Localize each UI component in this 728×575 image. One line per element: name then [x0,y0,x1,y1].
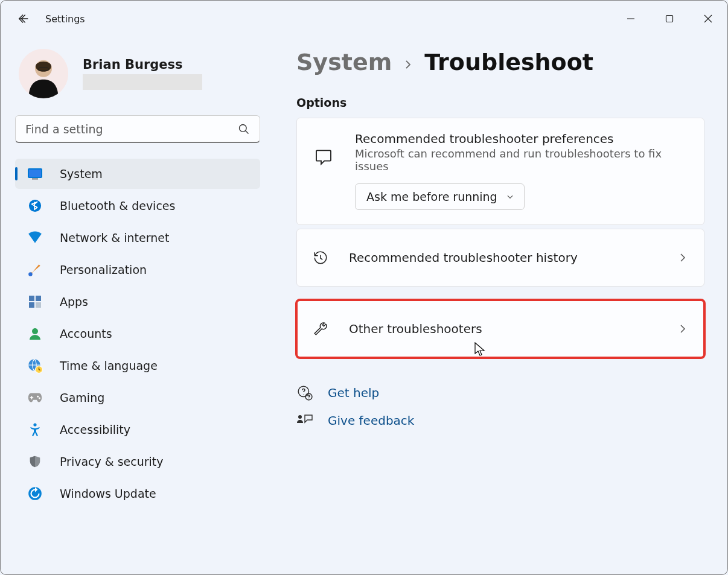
sidebar-item-personalization[interactable]: Personalization [15,255,260,285]
arrow-left-icon [17,12,30,25]
user-name: Brian Burgess [83,57,202,72]
breadcrumb: System Troubleshoot [296,49,704,75]
shield-icon [27,454,43,469]
card-title: Recommended troubleshooter preferences [355,132,688,146]
sidebar-item-label: Accounts [60,327,112,340]
wrench-icon [313,321,328,337]
link-get-help[interactable]: Get help [296,384,704,401]
sidebar-item-label: Windows Update [60,487,156,500]
sidebar-item-accounts[interactable]: Accounts [15,319,260,349]
accessibility-icon [27,422,43,437]
sidebar-item-label: System [60,167,103,180]
svg-point-4 [240,124,247,132]
sidebar-item-label: Gaming [60,391,104,404]
svg-point-23 [298,415,302,419]
row-label: Recommended troubleshooter history [349,250,657,265]
svg-rect-6 [29,170,41,177]
preferences-dropdown[interactable]: Ask me before running [355,183,525,210]
svg-rect-10 [29,296,34,301]
svg-rect-12 [29,302,34,308]
user-account[interactable]: Brian Burgess [15,49,260,98]
bluetooth-icon [27,198,43,214]
row-label: Other troubleshooters [349,322,657,336]
sidebar-item-label: Personalization [60,263,147,276]
search-icon [238,123,250,135]
globe-clock-icon [27,358,43,373]
link-label: Give feedback [328,413,414,428]
svg-point-14 [32,328,38,334]
sidebar-item-gaming[interactable]: Gaming [15,383,260,413]
titlebar: Settings [1,1,727,37]
sidebar-item-windows-update[interactable]: Windows Update [15,478,260,509]
apps-icon [27,294,43,310]
dropdown-value: Ask me before running [366,190,497,203]
back-button[interactable] [10,5,37,32]
row-troubleshooter-history[interactable]: Recommended troubleshooter history [296,229,704,287]
svg-rect-0 [666,16,673,22]
system-icon [27,166,43,182]
user-email-redacted [83,74,202,90]
wifi-icon [27,230,43,246]
chevron-right-icon [677,252,688,263]
paintbrush-icon [27,262,43,278]
search-input[interactable] [25,122,238,136]
search-box[interactable] [15,115,260,143]
sidebar-item-bluetooth[interactable]: Bluetooth & devices [15,191,260,221]
person-icon [27,326,43,342]
sidebar-item-label: Accessibility [60,423,130,436]
chevron-down-icon [506,192,514,201]
card-subtitle: Microsoft can recommend and run troubles… [355,147,688,173]
update-icon [27,486,43,501]
close-icon [704,14,712,23]
svg-point-9 [28,272,33,276]
help-icon [296,384,313,401]
minimize-icon [627,14,635,23]
link-label: Get help [328,386,379,400]
breadcrumb-parent[interactable]: System [296,49,392,75]
sidebar-item-accessibility[interactable]: Accessibility [15,415,260,445]
svg-rect-13 [36,302,41,308]
sidebar-item-label: Privacy & security [60,455,164,468]
minimize-button[interactable] [611,4,650,33]
close-button[interactable] [689,4,727,33]
sidebar-item-label: Time & language [60,359,158,372]
sidebar-item-label: Network & internet [60,231,169,244]
link-give-feedback[interactable]: Give feedback [296,412,704,429]
app-title: Settings [45,13,85,25]
sidebar-item-apps[interactable]: Apps [15,287,260,317]
svg-rect-7 [32,179,38,180]
card-troubleshooter-preferences: Recommended troubleshooter preferences M… [296,118,704,225]
svg-rect-11 [36,296,41,301]
svg-point-18 [39,397,40,399]
feedback-icon [296,412,313,429]
sidebar-item-system[interactable]: System [15,159,260,189]
breadcrumb-current: Troubleshoot [424,49,593,75]
sidebar-item-network[interactable]: Network & internet [15,223,260,253]
svg-point-19 [33,423,36,426]
sidebar-item-label: Apps [60,295,88,308]
sidebar-item-privacy[interactable]: Privacy & security [15,446,260,477]
sidebar-item-label: Bluetooth & devices [60,199,175,212]
chevron-right-icon [677,323,688,334]
chevron-right-icon [403,57,413,74]
gamepad-icon [27,390,43,405]
history-icon [313,250,328,265]
maximize-icon [665,14,674,23]
section-label: Options [296,96,704,109]
sidebar: Brian Burgess System [1,45,275,574]
sidebar-item-time-language[interactable]: Time & language [15,351,260,381]
maximize-button[interactable] [650,4,689,33]
row-other-troubleshooters[interactable]: Other troubleshooters [296,300,704,358]
main-content: System Troubleshoot Options Recommended … [275,45,727,574]
chat-bubble-icon [313,132,334,167]
avatar [19,49,68,98]
svg-point-17 [37,396,39,398]
